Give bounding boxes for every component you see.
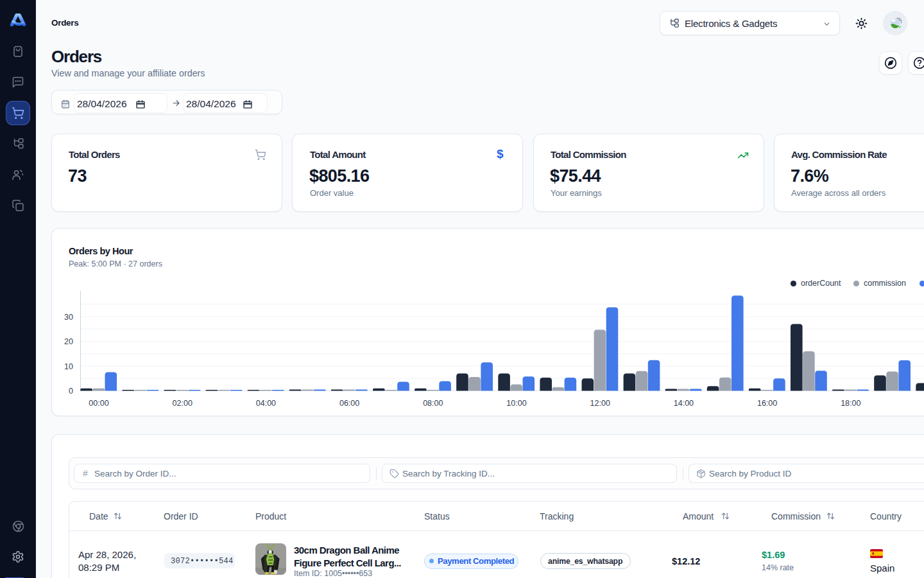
svg-text:30: 30 bbox=[64, 313, 73, 322]
svg-text:02:00: 02:00 bbox=[173, 399, 193, 408]
svg-text:0: 0 bbox=[69, 387, 73, 396]
svg-text:00:00: 00:00 bbox=[89, 399, 108, 408]
svg-text:12:00: 12:00 bbox=[590, 399, 610, 408]
svg-text:18:00: 18:00 bbox=[841, 399, 860, 408]
svg-text:10:00: 10:00 bbox=[506, 399, 526, 408]
svg-text:04:00: 04:00 bbox=[256, 399, 276, 408]
svg-text:06:00: 06:00 bbox=[339, 399, 359, 408]
svg-text:10: 10 bbox=[64, 362, 73, 371]
svg-text:16:00: 16:00 bbox=[757, 399, 777, 408]
svg-text:14:00: 14:00 bbox=[674, 399, 694, 408]
svg-text:20: 20 bbox=[64, 337, 73, 346]
svg-text:08:00: 08:00 bbox=[423, 399, 443, 408]
